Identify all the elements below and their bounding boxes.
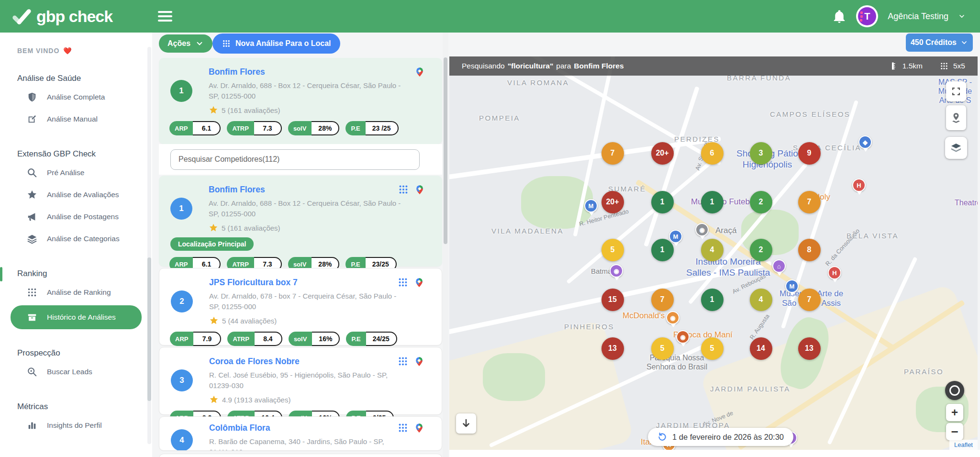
rank-grid-cell-r5c5[interactable]: 13 <box>798 337 821 360</box>
rank-grid-cell-r2c2[interactable]: 1 <box>651 191 674 213</box>
ranking-map[interactable]: VILA ROMANAPOMPEIABARRA FUNDACAMPOS ELÍS… <box>449 56 978 450</box>
rank-grid-cell-r1c2[interactable]: 20+ <box>651 142 674 165</box>
sidebar-section: Prospecção Buscar Leads <box>0 348 152 383</box>
rank-badge: 2 <box>171 290 193 312</box>
map-layers-button[interactable] <box>945 137 967 159</box>
rank-grid-cell-r2c3[interactable]: 1 <box>701 191 724 213</box>
actions-button[interactable]: Ações <box>159 34 212 53</box>
sidebar-item-pre-analise[interactable]: Pré Análise <box>0 162 152 184</box>
search-business: Bonfim Flores <box>574 62 624 70</box>
edit-icon <box>27 114 37 124</box>
museum-pin: ⌂ <box>772 259 786 273</box>
rank-grid-cell-r2c1[interactable]: 20+ <box>601 191 624 213</box>
business-name-link[interactable]: Coroa de Flores Nobre <box>209 357 300 367</box>
competitor-card-jps-floricultura-box-7-2[interactable]: 2 JPS Floricultura box 7 Av. Dr. Arnaldo… <box>159 268 442 346</box>
sidebar-item-insights-do-perfil[interactable]: Insights do Perfil <box>0 414 152 436</box>
grid-blue-icon[interactable] <box>398 423 408 433</box>
new-analysis-button[interactable]: Nova Análise Para o Local <box>212 33 340 54</box>
park-pin: ◉ <box>695 223 709 236</box>
sidebar-item-label: Análise de Categorias <box>47 234 120 243</box>
sidebar-scrollbar-thumb[interactable] <box>147 257 151 401</box>
map-poi-label: McDonald's <box>623 311 665 321</box>
gmaps-icon[interactable] <box>414 356 424 367</box>
star-icon <box>209 223 218 233</box>
rank-grid-cell-r4c5[interactable]: 7 <box>798 289 821 311</box>
radius-value: 1.5km <box>902 62 923 70</box>
notifications-bell-icon[interactable] <box>832 9 846 23</box>
rank-grid-cell-r1c1[interactable]: 7 <box>601 142 624 165</box>
competitor-card-coroa-de-flores-nobre-3[interactable]: 3 Coroa de Flores Nobre R. Cel. José Eus… <box>159 347 442 415</box>
avatar[interactable]: T <box>856 5 878 27</box>
rank-grid-cell-r1c4[interactable]: 3 <box>750 142 772 165</box>
rank-grid-cell-r5c3[interactable]: 5 <box>701 337 724 360</box>
gmaps-icon[interactable] <box>414 67 425 77</box>
rank-grid-cell-r3c3[interactable]: 4 <box>701 239 724 261</box>
sidebar-section-title: Prospecção <box>17 348 152 358</box>
gmaps-icon[interactable] <box>414 184 425 195</box>
sidebar-item-analise-de-avaliacoes[interactable]: Análise de Avaliações <box>0 184 152 206</box>
competitor-card-bonfim-flores-0[interactable]: 1 Bonfim Flores Av. Dr. Arnaldo, 688 - B… <box>159 58 442 144</box>
rank-grid-cell-r2c4[interactable]: 2 <box>750 191 772 213</box>
rank-grid-cell-r3c4[interactable]: 2 <box>750 239 772 261</box>
grid-blue-icon[interactable] <box>398 184 409 195</box>
user-menu[interactable]: Agência Testing <box>888 11 948 22</box>
map-area-label: BELA VISTA <box>846 232 899 240</box>
archive-icon <box>27 312 37 323</box>
analysis-date: 1 de fevereiro de 2026 às 20:30 <box>672 433 784 442</box>
zoom-out-button[interactable]: − <box>946 423 963 440</box>
rank-grid-cell-r4c3[interactable]: 1 <box>701 289 724 311</box>
scroll-down-button[interactable] <box>456 413 476 434</box>
sidebar-item-analise-completa[interactable]: Análise Completa <box>0 86 152 108</box>
street-view-button[interactable] <box>946 105 966 130</box>
zoom-in-button[interactable]: + <box>946 404 963 421</box>
analysis-date-pill[interactable]: 1 de fevereiro de 2026 às 20:30 <box>648 428 793 446</box>
credits-button[interactable]: 450 Créditos <box>906 33 973 52</box>
sidebar-item-analise-de-postagens[interactable]: Análise de Postagens <box>0 206 152 228</box>
rank-grid-cell-r5c2[interactable]: 5 <box>651 337 674 360</box>
gmaps-icon[interactable] <box>414 423 424 433</box>
rank-grid-cell-r4c1[interactable]: 15 <box>601 289 624 311</box>
business-name-link[interactable]: Bonfim Flores <box>209 67 265 77</box>
menu-toggle-icon[interactable] <box>158 11 172 22</box>
map-bottom-strip <box>449 450 980 457</box>
map-toggle-button[interactable] <box>945 381 964 400</box>
rank-grid-cell-r4c2[interactable]: 7 <box>651 289 674 311</box>
rank-grid-cell-r1c5[interactable]: 9 <box>798 142 821 165</box>
stat-badge-atrp: ATRP 8.4 <box>227 332 282 346</box>
star-icon <box>209 316 219 325</box>
hospital-pin: H <box>852 178 866 192</box>
layers-icon <box>27 234 37 244</box>
rank-badge: 3 <box>171 369 193 391</box>
chevron-down-icon[interactable] <box>958 12 966 20</box>
sidebar-item-analise-de-ranking[interactable]: Análise de Ranking <box>0 281 152 303</box>
sidebar-item-analise-manual[interactable]: Análise Manual <box>0 108 152 130</box>
rank-grid-cell-r3c1[interactable]: 5 <box>601 239 624 261</box>
rank-grid-cell-r2c5[interactable]: 7 <box>798 191 821 213</box>
sidebar-item-buscar-leads[interactable]: Buscar Leads <box>0 361 152 383</box>
rank-grid-cell-r1c3[interactable]: 6 <box>701 142 724 165</box>
list-scrollbar-thumb[interactable] <box>444 57 447 244</box>
business-name-link[interactable]: JPS Floricultura box 7 <box>209 278 298 288</box>
rank-grid-cell-r4c4[interactable]: 4 <box>750 289 772 311</box>
stat-badge-pe: P.E 24/25 <box>346 332 397 346</box>
business-name-link[interactable]: Bonfim Flores <box>209 185 265 195</box>
gmaps-icon[interactable] <box>414 277 424 288</box>
leaflet-attribution[interactable]: Leaflet <box>949 440 978 450</box>
sidebar-item-analise-de-categorias[interactable]: Análise de Categorias <box>0 228 152 250</box>
rank-grid-cell-r5c4[interactable]: 14 <box>750 337 772 360</box>
rank-grid-cell-r5c1[interactable]: 13 <box>601 337 624 360</box>
grid-blue-icon[interactable] <box>398 356 408 367</box>
welcome-text: BEM VINDO❤️ <box>17 47 152 55</box>
history-refresh-icon <box>657 432 667 442</box>
fullscreen-button[interactable] <box>946 81 966 101</box>
competitor-card-colombia-flora-4[interactable]: 4 Colômbia Flora R. Barão de Capanema, 3… <box>159 416 442 451</box>
heart-icon: ❤️ <box>63 47 72 55</box>
sidebar-item-label: Análise de Ranking <box>47 288 111 297</box>
business-name-link[interactable]: Colômbia Flora <box>209 423 270 433</box>
rank-grid-cell-r3c5[interactable]: 8 <box>798 239 821 261</box>
grid-blue-icon[interactable] <box>398 277 408 288</box>
competitor-search-input[interactable] <box>170 149 420 170</box>
sidebar-item-historico-de-analises[interactable]: Histórico de Análises <box>11 305 142 329</box>
competitor-card-bonfim-flores-1[interactable]: 1 Bonfim Flores Av. Dr. Arnaldo, 688 - B… <box>159 176 442 267</box>
rank-grid-cell-r3c2[interactable]: 1 <box>651 239 674 261</box>
